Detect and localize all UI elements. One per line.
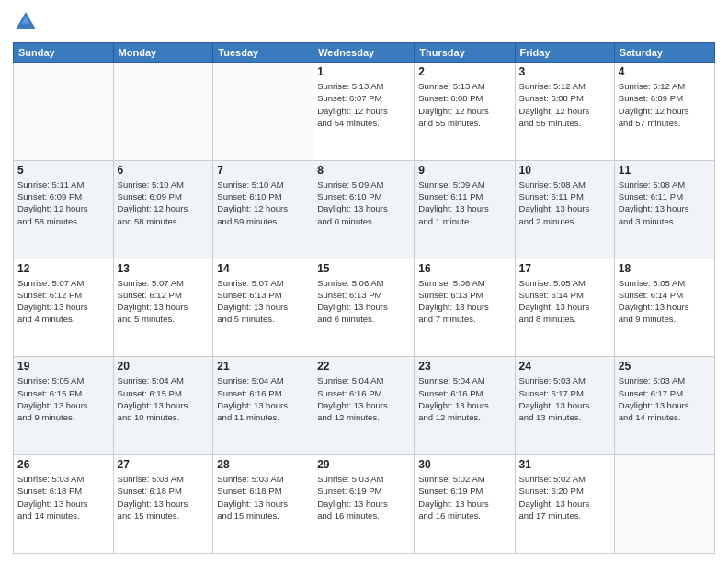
calendar-cell: 17Sunrise: 5:05 AM Sunset: 6:14 PM Dayli… — [515, 259, 614, 357]
calendar-cell: 30Sunrise: 5:02 AM Sunset: 6:19 PM Dayli… — [415, 455, 515, 554]
day-number: 21 — [217, 360, 309, 373]
day-number: 16 — [418, 262, 510, 275]
calendar-cell: 29Sunrise: 5:03 AM Sunset: 6:19 PM Dayli… — [313, 455, 415, 554]
header — [13, 9, 715, 35]
day-info: Sunrise: 5:03 AM Sunset: 6:19 PM Dayligh… — [317, 473, 410, 522]
day-number: 18 — [619, 262, 711, 275]
day-info: Sunrise: 5:03 AM Sunset: 6:17 PM Dayligh… — [619, 374, 711, 423]
calendar-cell — [14, 63, 114, 161]
day-info: Sunrise: 5:10 AM Sunset: 6:10 PM Dayligh… — [217, 178, 309, 227]
day-number: 14 — [217, 262, 309, 275]
day-info: Sunrise: 5:06 AM Sunset: 6:13 PM Dayligh… — [317, 277, 410, 326]
calendar-cell: 1Sunrise: 5:13 AM Sunset: 6:07 PM Daylig… — [313, 63, 415, 161]
calendar-cell: 19Sunrise: 5:05 AM Sunset: 6:15 PM Dayli… — [14, 357, 114, 455]
day-number: 28 — [217, 458, 309, 471]
day-number: 25 — [619, 360, 711, 373]
day-number: 29 — [317, 458, 410, 471]
day-number: 15 — [317, 262, 410, 275]
weekday-header-tuesday: Tuesday — [213, 43, 313, 63]
day-number: 27 — [118, 458, 210, 471]
calendar-cell: 9Sunrise: 5:09 AM Sunset: 6:11 PM Daylig… — [415, 160, 515, 259]
calendar-cell: 12Sunrise: 5:07 AM Sunset: 6:12 PM Dayli… — [14, 259, 114, 357]
day-info: Sunrise: 5:10 AM Sunset: 6:09 PM Dayligh… — [118, 178, 210, 227]
day-number: 7 — [217, 164, 309, 177]
calendar-cell: 2Sunrise: 5:13 AM Sunset: 6:08 PM Daylig… — [415, 63, 515, 161]
day-info: Sunrise: 5:09 AM Sunset: 6:11 PM Dayligh… — [418, 178, 510, 227]
day-info: Sunrise: 5:04 AM Sunset: 6:16 PM Dayligh… — [317, 374, 410, 423]
day-number: 20 — [118, 360, 210, 373]
day-info: Sunrise: 5:02 AM Sunset: 6:19 PM Dayligh… — [418, 473, 510, 522]
day-info: Sunrise: 5:07 AM Sunset: 6:12 PM Dayligh… — [118, 277, 210, 326]
calendar-cell: 24Sunrise: 5:03 AM Sunset: 6:17 PM Dayli… — [515, 357, 614, 455]
calendar-cell: 18Sunrise: 5:05 AM Sunset: 6:14 PM Dayli… — [614, 259, 714, 357]
day-info: Sunrise: 5:13 AM Sunset: 6:07 PM Dayligh… — [317, 80, 410, 129]
calendar-body: 1Sunrise: 5:13 AM Sunset: 6:07 PM Daylig… — [14, 63, 715, 554]
day-number: 12 — [17, 262, 109, 275]
day-number: 22 — [317, 360, 410, 373]
calendar-cell: 21Sunrise: 5:04 AM Sunset: 6:16 PM Dayli… — [213, 357, 313, 455]
calendar-cell: 16Sunrise: 5:06 AM Sunset: 6:13 PM Dayli… — [415, 259, 515, 357]
day-info: Sunrise: 5:09 AM Sunset: 6:10 PM Dayligh… — [317, 178, 410, 227]
day-info: Sunrise: 5:03 AM Sunset: 6:18 PM Dayligh… — [217, 473, 309, 522]
day-info: Sunrise: 5:11 AM Sunset: 6:09 PM Dayligh… — [17, 178, 109, 227]
day-number: 2 — [418, 65, 510, 78]
day-number: 30 — [418, 458, 510, 471]
calendar-week-4: 19Sunrise: 5:05 AM Sunset: 6:15 PM Dayli… — [14, 357, 715, 455]
calendar-cell: 23Sunrise: 5:04 AM Sunset: 6:16 PM Dayli… — [415, 357, 515, 455]
day-info: Sunrise: 5:07 AM Sunset: 6:13 PM Dayligh… — [217, 277, 309, 326]
day-info: Sunrise: 5:08 AM Sunset: 6:11 PM Dayligh… — [519, 178, 610, 227]
day-number: 1 — [317, 65, 410, 78]
calendar-week-2: 5Sunrise: 5:11 AM Sunset: 6:09 PM Daylig… — [14, 160, 715, 259]
day-number: 13 — [118, 262, 210, 275]
day-info: Sunrise: 5:02 AM Sunset: 6:20 PM Dayligh… — [519, 473, 610, 522]
calendar: SundayMondayTuesdayWednesdayThursdayFrid… — [13, 42, 715, 554]
calendar-cell: 5Sunrise: 5:11 AM Sunset: 6:09 PM Daylig… — [14, 160, 114, 259]
day-info: Sunrise: 5:05 AM Sunset: 6:15 PM Dayligh… — [17, 374, 109, 423]
weekday-row: SundayMondayTuesdayWednesdayThursdayFrid… — [14, 43, 715, 63]
weekday-header-monday: Monday — [113, 43, 213, 63]
day-info: Sunrise: 5:04 AM Sunset: 6:15 PM Dayligh… — [118, 374, 210, 423]
day-number: 3 — [519, 65, 610, 78]
calendar-cell: 10Sunrise: 5:08 AM Sunset: 6:11 PM Dayli… — [515, 160, 614, 259]
weekday-header-thursday: Thursday — [415, 43, 515, 63]
day-number: 9 — [418, 164, 510, 177]
calendar-cell: 3Sunrise: 5:12 AM Sunset: 6:08 PM Daylig… — [515, 63, 614, 161]
weekday-header-sunday: Sunday — [14, 43, 114, 63]
day-info: Sunrise: 5:03 AM Sunset: 6:17 PM Dayligh… — [519, 374, 610, 423]
day-number: 26 — [17, 458, 109, 471]
calendar-cell: 25Sunrise: 5:03 AM Sunset: 6:17 PM Dayli… — [614, 357, 714, 455]
calendar-cell: 31Sunrise: 5:02 AM Sunset: 6:20 PM Dayli… — [515, 455, 614, 554]
day-number: 23 — [418, 360, 510, 373]
svg-rect-2 — [20, 24, 31, 29]
logo — [13, 9, 42, 35]
day-info: Sunrise: 5:08 AM Sunset: 6:11 PM Dayligh… — [619, 178, 711, 227]
day-info: Sunrise: 5:04 AM Sunset: 6:16 PM Dayligh… — [418, 374, 510, 423]
day-info: Sunrise: 5:06 AM Sunset: 6:13 PM Dayligh… — [418, 277, 510, 326]
calendar-cell: 15Sunrise: 5:06 AM Sunset: 6:13 PM Dayli… — [313, 259, 415, 357]
day-number: 24 — [519, 360, 610, 373]
day-info: Sunrise: 5:04 AM Sunset: 6:16 PM Dayligh… — [217, 374, 309, 423]
calendar-cell: 26Sunrise: 5:03 AM Sunset: 6:18 PM Dayli… — [14, 455, 114, 554]
day-info: Sunrise: 5:03 AM Sunset: 6:18 PM Dayligh… — [17, 473, 109, 522]
calendar-cell: 22Sunrise: 5:04 AM Sunset: 6:16 PM Dayli… — [313, 357, 415, 455]
calendar-week-5: 26Sunrise: 5:03 AM Sunset: 6:18 PM Dayli… — [14, 455, 715, 554]
calendar-cell: 13Sunrise: 5:07 AM Sunset: 6:12 PM Dayli… — [113, 259, 213, 357]
calendar-week-3: 12Sunrise: 5:07 AM Sunset: 6:12 PM Dayli… — [14, 259, 715, 357]
page: SundayMondayTuesdayWednesdayThursdayFrid… — [0, 0, 728, 563]
calendar-cell — [113, 63, 213, 161]
weekday-header-friday: Friday — [515, 43, 614, 63]
day-info: Sunrise: 5:12 AM Sunset: 6:09 PM Dayligh… — [619, 80, 711, 129]
calendar-week-1: 1Sunrise: 5:13 AM Sunset: 6:07 PM Daylig… — [14, 63, 715, 161]
day-number: 17 — [519, 262, 610, 275]
day-info: Sunrise: 5:05 AM Sunset: 6:14 PM Dayligh… — [519, 277, 610, 326]
calendar-cell: 28Sunrise: 5:03 AM Sunset: 6:18 PM Dayli… — [213, 455, 313, 554]
day-info: Sunrise: 5:05 AM Sunset: 6:14 PM Dayligh… — [619, 277, 711, 326]
day-number: 8 — [317, 164, 410, 177]
day-number: 31 — [519, 458, 610, 471]
weekday-header-wednesday: Wednesday — [313, 43, 415, 63]
calendar-cell: 11Sunrise: 5:08 AM Sunset: 6:11 PM Dayli… — [614, 160, 714, 259]
calendar-cell: 20Sunrise: 5:04 AM Sunset: 6:15 PM Dayli… — [113, 357, 213, 455]
day-number: 10 — [519, 164, 610, 177]
day-number: 6 — [118, 164, 210, 177]
day-number: 4 — [619, 65, 711, 78]
